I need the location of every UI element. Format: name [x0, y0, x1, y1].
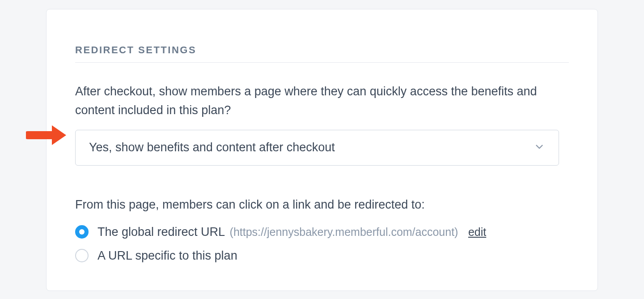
radio-global-url: (https://jennysbakery.memberful.com/acco…: [230, 226, 458, 238]
redirect-target-text: From this page, members can click on a l…: [75, 198, 569, 212]
redirect-settings-card: REDIRECT SETTINGS After checkout, show m…: [46, 9, 598, 291]
checkout-question-text: After checkout, show members a page wher…: [75, 82, 569, 120]
chevron-down-icon: [534, 141, 545, 154]
radio-specific-label-wrap: A URL specific to this plan: [97, 249, 237, 263]
select-value: Yes, show benefits and content after che…: [89, 141, 534, 154]
radio-global-label-wrap: The global redirect URL (https://jennysb…: [97, 225, 486, 239]
radio-option-specific[interactable]: A URL specific to this plan: [75, 249, 569, 263]
radio-specific-label: A URL specific to this plan: [97, 249, 237, 262]
radio-global-input[interactable]: [75, 225, 89, 239]
callout-arrow-icon: [26, 123, 69, 150]
radio-specific-input[interactable]: [75, 249, 89, 262]
edit-global-redirect-link[interactable]: edit: [468, 226, 486, 238]
radio-option-global[interactable]: The global redirect URL (https://jennysb…: [75, 225, 569, 239]
radio-global-label: The global redirect URL: [97, 225, 225, 239]
section-title: REDIRECT SETTINGS: [75, 44, 569, 63]
show-benefits-select[interactable]: Yes, show benefits and content after che…: [75, 130, 559, 166]
